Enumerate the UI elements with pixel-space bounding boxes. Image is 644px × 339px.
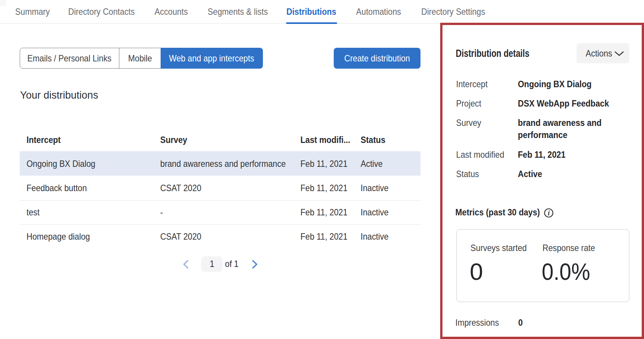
svg-text:i: i [548, 209, 550, 217]
